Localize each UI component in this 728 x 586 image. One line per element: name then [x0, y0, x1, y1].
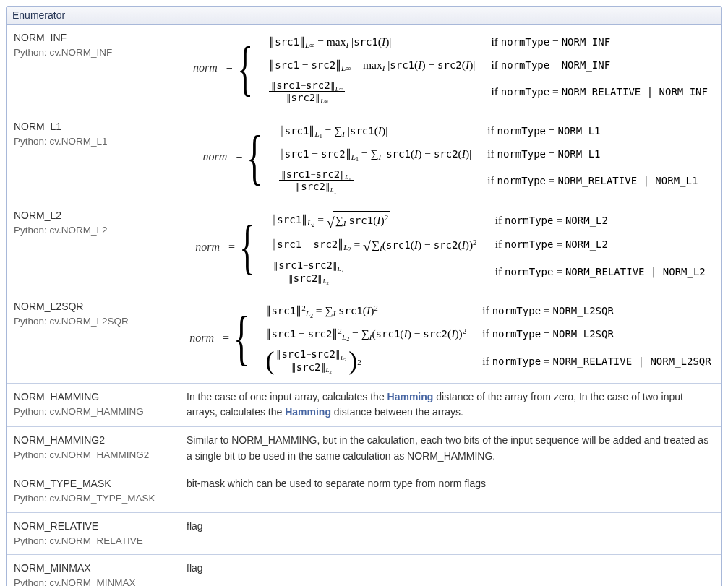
enum-python-name: Python: cv.NORM_INF — [14, 46, 171, 60]
enum-name-cell: NORM_INF Python: cv.NORM_INF — [7, 25, 179, 113]
enum-name: NORM_HAMMING — [14, 389, 171, 405]
enum-python-name: Python: cv.NORM_HAMMING — [14, 405, 171, 419]
enum-name: NORM_L2SQR — [14, 299, 171, 314]
enum-name-cell: NORM_TYPE_MASK Python: cv.NORM_TYPE_MASK — [7, 470, 179, 512]
enum-desc-cell: flag — [179, 512, 722, 554]
enum-row: NORM_MINMAX Python: cv.NORM_MINMAXflag — [7, 554, 721, 586]
enum-row: NORM_HAMMING Python: cv.NORM_HAMMINGIn t… — [7, 383, 721, 426]
enum-row: NORM_INF Python: cv.NORM_INF norm = { ∥s… — [7, 25, 721, 113]
enum-row: NORM_L1 Python: cv.NORM_L1 norm = { ∥src… — [7, 113, 721, 202]
enum-name: NORM_INF — [14, 30, 171, 46]
enum-desc-cell: norm = { ∥src1∥L2 = √∑I src1(I)2if normT… — [179, 202, 722, 293]
enum-name-cell: NORM_HAMMING2 Python: cv.NORM_HAMMING2 — [7, 427, 179, 470]
enum-name-cell: NORM_RELATIVE Python: cv.NORM_RELATIVE — [7, 512, 179, 554]
panel-header: Enumerator — [7, 7, 721, 25]
enumerator-table: NORM_INF Python: cv.NORM_INF norm = { ∥s… — [7, 25, 721, 586]
enum-desc-cell: norm = { ∥src1∥2L2 = ∑I src1(I)2if normT… — [179, 293, 722, 384]
enum-python-name: Python: cv.NORM_MINMAX — [14, 576, 171, 586]
enum-row: NORM_TYPE_MASK Python: cv.NORM_TYPE_MASK… — [7, 470, 721, 512]
enum-python-name: Python: cv.NORM_TYPE_MASK — [14, 491, 171, 506]
enum-desc-cell: flag — [179, 554, 722, 586]
enum-desc-cell: bit-mask which can be used to separate n… — [179, 470, 722, 512]
enum-desc-cell: norm = { ∥src1∥L∞ = maxI |src1(I)|if nor… — [179, 25, 722, 113]
enum-name-cell: NORM_HAMMING Python: cv.NORM_HAMMING — [7, 383, 179, 426]
enum-name: NORM_TYPE_MASK — [14, 476, 171, 491]
enum-name: NORM_RELATIVE — [14, 519, 171, 534]
enum-row: NORM_RELATIVE Python: cv.NORM_RELATIVEfl… — [7, 512, 721, 554]
enum-row: NORM_L2 Python: cv.NORM_L2 norm = { ∥src… — [7, 202, 721, 293]
enum-name-cell: NORM_L2SQR Python: cv.NORM_L2SQR — [7, 293, 179, 384]
enum-name: NORM_L2 — [14, 208, 171, 223]
enum-row: NORM_HAMMING2 Python: cv.NORM_HAMMING2Si… — [7, 427, 721, 470]
enum-desc-cell: Similar to NORM_HAMMING, but in the calc… — [179, 427, 722, 470]
enum-name: NORM_L1 — [14, 119, 171, 134]
enum-python-name: Python: cv.NORM_L2 — [14, 223, 171, 238]
enum-row: NORM_L2SQR Python: cv.NORM_L2SQR norm = … — [7, 293, 721, 384]
enumerator-panel: Enumerator NORM_INF Python: cv.NORM_INF … — [6, 6, 722, 586]
enum-python-name: Python: cv.NORM_L1 — [14, 134, 171, 149]
enum-desc-cell: norm = { ∥src1∥L1 = ∑I |src1(I)|if normT… — [179, 113, 722, 202]
enum-name-cell: NORM_L1 Python: cv.NORM_L1 — [7, 113, 179, 202]
enum-python-name: Python: cv.NORM_HAMMING2 — [14, 448, 171, 462]
enum-desc-cell: In the case of one input array, calculat… — [179, 383, 722, 426]
enum-name-cell: NORM_L2 Python: cv.NORM_L2 — [7, 202, 179, 293]
enum-python-name: Python: cv.NORM_RELATIVE — [14, 534, 171, 548]
enum-python-name: Python: cv.NORM_L2SQR — [14, 314, 171, 329]
enum-name-cell: NORM_MINMAX Python: cv.NORM_MINMAX — [7, 554, 179, 586]
enum-name: NORM_MINMAX — [14, 561, 171, 576]
enum-name: NORM_HAMMING2 — [14, 433, 171, 448]
